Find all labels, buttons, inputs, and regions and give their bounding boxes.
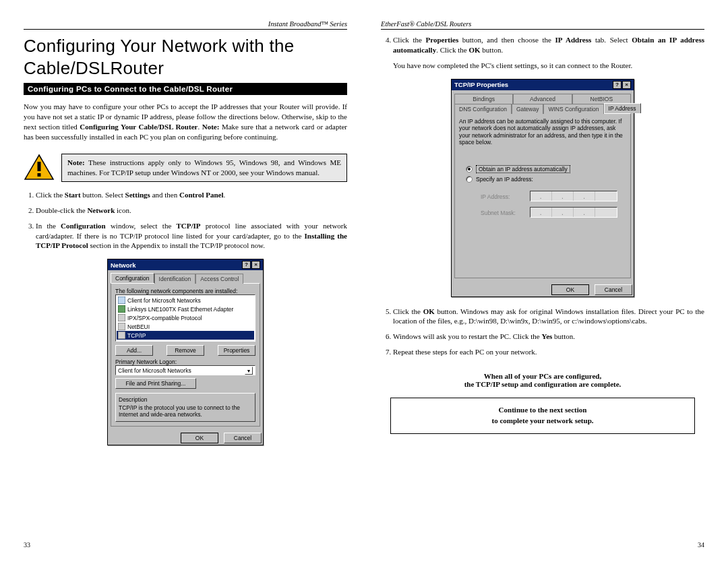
- adapter-icon: [118, 305, 125, 313]
- step-5: Click the OK button. Windows may ask for…: [393, 307, 704, 327]
- ip-blurb: An IP address can be automatically assig…: [459, 118, 626, 147]
- step-2: Double-click the Network icon.: [36, 206, 347, 216]
- help-icon[interactable]: ?: [613, 81, 621, 89]
- intro-paragraph: Now you may have to configure your other…: [24, 102, 347, 142]
- svg-rect-4: [118, 305, 125, 313]
- radio-dot-icon: [466, 166, 473, 173]
- step-6: Windows will ask you to restart the PC. …: [393, 332, 704, 342]
- components-listbox[interactable]: Client for Microsoft Networks Linksys LN…: [115, 294, 255, 342]
- tab-dns-config[interactable]: DNS Configuration: [454, 104, 512, 114]
- step-4: Click the Properties button, and then ch…: [393, 35, 704, 55]
- add-button[interactable]: Add...: [115, 345, 153, 356]
- steps-right-a: Click the Properties button, and then ch…: [381, 35, 704, 61]
- continue-box: Continue to the next section to complete…: [390, 398, 695, 434]
- ip-address-label: IP Address:: [481, 193, 528, 200]
- step-1: Click the Start button. Select Settings …: [36, 190, 347, 200]
- client-icon: [118, 296, 125, 304]
- svg-rect-7: [118, 332, 125, 339]
- subnet-mask-label: Subnet Mask:: [481, 210, 528, 216]
- svg-rect-2: [38, 173, 41, 177]
- help-icon[interactable]: ?: [242, 261, 251, 269]
- svg-rect-3: [118, 296, 125, 304]
- note-box: Note: These instructions apply only to W…: [61, 154, 347, 182]
- close-icon[interactable]: ×: [622, 81, 631, 89]
- protocol-icon: [118, 332, 125, 339]
- tab-identification[interactable]: Identification: [154, 274, 196, 284]
- logon-label: Primary Network Logon:: [115, 358, 255, 365]
- tab-bindings[interactable]: Bindings: [454, 94, 513, 104]
- svg-rect-5: [118, 314, 125, 321]
- steps-right-b: Click the OK button. Windows may ask for…: [381, 307, 704, 363]
- protocol-icon: [118, 314, 125, 321]
- svg-rect-1: [38, 162, 41, 171]
- description-label: Description: [119, 396, 252, 403]
- section-bar: Configuring PCs to Connect to the Cable/…: [24, 83, 347, 95]
- step-7: Repeat these steps for each PC on your n…: [393, 347, 704, 357]
- left-page: Instant Broadband™ Series Configuring Yo…: [24, 20, 364, 549]
- cancel-button[interactable]: Cancel: [224, 433, 262, 443]
- completion-note: When all of your PCs are configured, the…: [381, 372, 704, 388]
- ok-button[interactable]: OK: [181, 433, 218, 443]
- page-number-right: 34: [698, 541, 704, 549]
- tab-configuration[interactable]: Configuration: [111, 273, 154, 283]
- properties-button[interactable]: Properties: [218, 345, 255, 356]
- dialog-title: Network: [111, 261, 135, 269]
- subnet-mask-field: ...: [530, 207, 617, 218]
- tcpip-dialog: TCP/IP Properties ? × Bindings Advanced …: [451, 79, 634, 297]
- close-icon[interactable]: ×: [251, 261, 260, 269]
- file-print-sharing-button[interactable]: File and Print Sharing...: [115, 378, 196, 389]
- page-title: Configuring Your Network with the Cable/…: [24, 35, 347, 79]
- tab-gateway[interactable]: Gateway: [512, 104, 544, 114]
- step-3: In the Configuration window, select the …: [36, 221, 347, 251]
- ok-button[interactable]: OK: [551, 284, 589, 295]
- tab-access-control[interactable]: Access Control: [195, 274, 243, 284]
- warning-note: Note: These instructions apply only to W…: [24, 154, 347, 182]
- description-text: TCP/IP is the protocol you use to connec…: [119, 404, 252, 418]
- left-header: Instant Broadband™ Series: [24, 20, 347, 30]
- logon-select[interactable]: Client for Microsoft Networks ▼: [115, 365, 255, 375]
- radio-obtain-auto[interactable]: Obtain an IP address automatically: [466, 165, 619, 173]
- radio-specify[interactable]: Specify an IP address:: [466, 176, 619, 183]
- right-page: EtherFast® Cable/DSL Routers Click the P…: [364, 20, 704, 549]
- tab-netbios[interactable]: NetBIOS: [572, 94, 631, 104]
- dialog-title: TCP/IP Properties: [454, 81, 508, 88]
- dialog-titlebar: Network ? ×: [108, 259, 263, 270]
- ip-address-field: ...: [530, 191, 617, 201]
- chevron-down-icon[interactable]: ▼: [245, 367, 253, 375]
- dialog-titlebar: TCP/IP Properties ? ×: [452, 80, 634, 90]
- page-number-left: 33: [24, 541, 30, 549]
- steps-left: Click the Start button. Select Settings …: [24, 190, 347, 256]
- after-step4: You have now completed the PC's client s…: [381, 61, 704, 71]
- warning-icon: [24, 154, 55, 181]
- cancel-button[interactable]: Cancel: [595, 284, 632, 295]
- components-label: The following network components are ins…: [115, 288, 255, 294]
- tab-wins-config[interactable]: WINS Configuration: [543, 104, 603, 114]
- tab-advanced[interactable]: Advanced: [513, 94, 572, 104]
- remove-button[interactable]: Remove: [166, 345, 204, 356]
- tab-ip-address[interactable]: IP Address: [604, 103, 641, 113]
- svg-rect-6: [118, 323, 125, 330]
- protocol-icon: [118, 323, 125, 330]
- right-header: EtherFast® Cable/DSL Routers: [381, 20, 704, 30]
- network-dialog: Network ? × Configuration Identification…: [107, 259, 264, 445]
- radio-dot-icon: [466, 176, 473, 183]
